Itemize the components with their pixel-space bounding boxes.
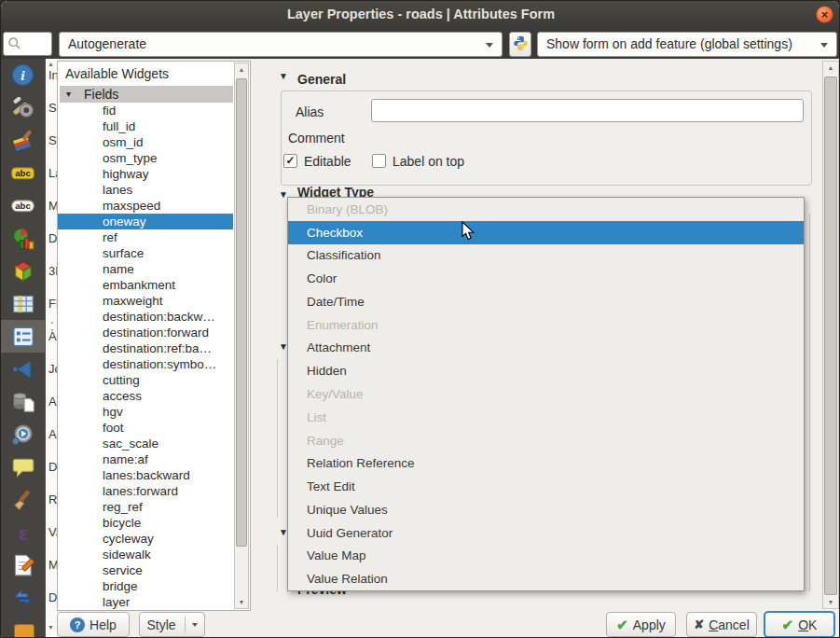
sidebar-tab-variables[interactable]: ε (1, 516, 45, 548)
rendering-icon (11, 488, 35, 512)
sidebar-tab-rendering[interactable] (1, 483, 45, 516)
field-item[interactable]: highway (58, 166, 233, 182)
field-item[interactable]: destination:backw… (58, 309, 233, 325)
form-scrollbar[interactable]: ▲ ▼ (822, 61, 839, 609)
widget-type-option[interactable]: Classification (288, 244, 804, 268)
field-item[interactable]: fid (58, 103, 233, 118)
field-item[interactable]: sidewalk (58, 547, 233, 562)
fields-group-row[interactable]: ▾ Fields (60, 86, 233, 103)
field-item[interactable]: bicycle (58, 515, 233, 531)
chevron-down-icon (820, 43, 828, 48)
sidebar-tab-fields[interactable] (1, 287, 45, 320)
label-on-top-checkbox[interactable] (372, 154, 386, 168)
widget-type-option[interactable]: Unique Values (288, 498, 804, 521)
field-item[interactable]: name (58, 261, 233, 277)
alias-input[interactable] (371, 99, 804, 122)
field-item[interactable]: maxweight (58, 293, 233, 309)
field-item[interactable]: hgv (58, 404, 233, 420)
show-form-combobox[interactable]: Show form on add feature (global setting… (537, 32, 837, 57)
field-item[interactable]: reg_ref (58, 499, 233, 515)
editable-checkbox[interactable]: ✓ (283, 154, 297, 168)
widget-type-option[interactable]: Hidden (288, 359, 804, 382)
field-item[interactable]: sac_scale (58, 436, 233, 451)
field-item[interactable]: layer (58, 594, 233, 610)
field-item[interactable]: ref (58, 229, 233, 245)
form-layout-value: Autogenerate (68, 36, 146, 51)
field-item[interactable]: destination:forward (58, 325, 233, 340)
attributes-form-icon (11, 325, 35, 349)
field-item[interactable]: full_id (58, 118, 233, 134)
field-item[interactable]: maxspeed (58, 198, 233, 214)
scroll-down-icon[interactable]: ▼ (823, 599, 838, 605)
sidebar-tab-joins[interactable] (1, 353, 45, 385)
search-input[interactable] (3, 32, 52, 56)
field-item[interactable]: osm_id (58, 134, 233, 150)
widget-type-option[interactable]: Value Map (288, 544, 804, 567)
widget-type-option[interactable]: Color (288, 267, 804, 290)
field-item[interactable]: name:af (58, 451, 233, 467)
sidebar-tab-metadata[interactable] (1, 548, 45, 581)
python-init-button[interactable] (509, 32, 531, 57)
widget-type-option[interactable]: Attachment (288, 337, 804, 360)
general-collapse-icon[interactable]: ▼ (279, 71, 288, 81)
tree-expand-icon[interactable]: ▾ (66, 86, 71, 103)
sidebar-tab-diagrams[interactable] (1, 222, 45, 255)
field-item[interactable]: destination:symbo… (58, 356, 233, 372)
widget-type-option[interactable]: Relation Reference (288, 451, 804, 475)
tabs-scroll-up-icon[interactable]: ▲ (48, 61, 54, 67)
sidebar-tab-information[interactable]: i (1, 59, 45, 91)
field-item[interactable]: osm_type (58, 150, 233, 166)
field-item[interactable]: oneway (58, 214, 233, 229)
sidebar-tab-masks[interactable]: abc (1, 189, 45, 222)
ok-button[interactable]: ✔ OK (764, 611, 835, 638)
widget-type-option[interactable]: Checkbox (288, 221, 804, 244)
widgets-scrollbar[interactable]: ▲ ▼ (234, 62, 249, 609)
field-item[interactable]: lanes (58, 182, 233, 198)
apply-button[interactable]: ✔ Apply (606, 612, 676, 637)
sidebar-tab-dependencies[interactable] (1, 581, 45, 614)
widget-type-option: Binary (BLOB) (288, 198, 804, 221)
sidebar-tab-symbology[interactable] (1, 124, 45, 157)
field-item[interactable]: cycleway (58, 531, 233, 547)
tabs-scroll-down-icon[interactable]: ▼ (48, 624, 54, 633)
field-item[interactable]: foot (58, 420, 233, 436)
panel-splitter[interactable] (51, 316, 54, 340)
field-item[interactable]: cutting (58, 372, 233, 388)
joins-icon (11, 357, 35, 381)
widget-type-option[interactable]: Text Edit (288, 475, 804, 498)
widget-type-option[interactable]: Value Relation (288, 567, 804, 590)
widget-type-option[interactable]: Uuid Generator (288, 521, 804, 545)
legend-tab-partial-icon[interactable] (14, 624, 34, 638)
sidebar-tab-actions[interactable] (1, 418, 45, 451)
sidebar-tab-labels[interactable]: abc (1, 157, 45, 189)
field-item[interactable]: embankment (58, 277, 233, 293)
field-item[interactable]: lanes:backward (58, 467, 233, 483)
sidebar-tab-display[interactable] (1, 451, 45, 483)
sidebar-tab-auxiliary-storage[interactable] (1, 385, 45, 418)
form-layout-combobox[interactable]: Autogenerate (59, 32, 503, 57)
scrollbar-thumb[interactable] (236, 78, 247, 547)
style-menu-button[interactable]: Style (139, 612, 205, 637)
scroll-down-icon[interactable]: ▼ (235, 599, 248, 605)
cancel-button[interactable]: ✘ Cancel (686, 612, 757, 637)
field-item[interactable]: destination:ref:ba… (58, 340, 233, 356)
scrollbar-thumb[interactable] (824, 76, 837, 595)
sidebar-tab-3d-view[interactable] (1, 255, 45, 287)
fields-icon (11, 292, 35, 316)
field-item[interactable]: surface (58, 245, 233, 261)
field-item[interactable]: service (58, 562, 233, 578)
sidebar-tab-source[interactable] (1, 91, 45, 124)
display-icon (11, 455, 35, 479)
widget-type-option[interactable]: Date/Time (288, 290, 804, 313)
field-item[interactable]: bridge (58, 578, 233, 594)
sidebar-tab-label: Joins (46, 353, 57, 385)
svg-text:abc: abc (15, 201, 31, 211)
scroll-up-icon[interactable]: ▲ (823, 64, 838, 71)
close-button[interactable]: × (816, 6, 833, 23)
help-button[interactable]: ? Help (57, 612, 130, 637)
field-item[interactable]: lanes:forward (58, 483, 233, 499)
scroll-up-icon[interactable]: ▲ (235, 66, 248, 73)
titlebar[interactable]: Layer Properties - roads | Attributes Fo… (1, 1, 840, 30)
field-item[interactable]: access (58, 388, 233, 404)
sidebar-tab-attributes-form[interactable] (1, 320, 45, 353)
